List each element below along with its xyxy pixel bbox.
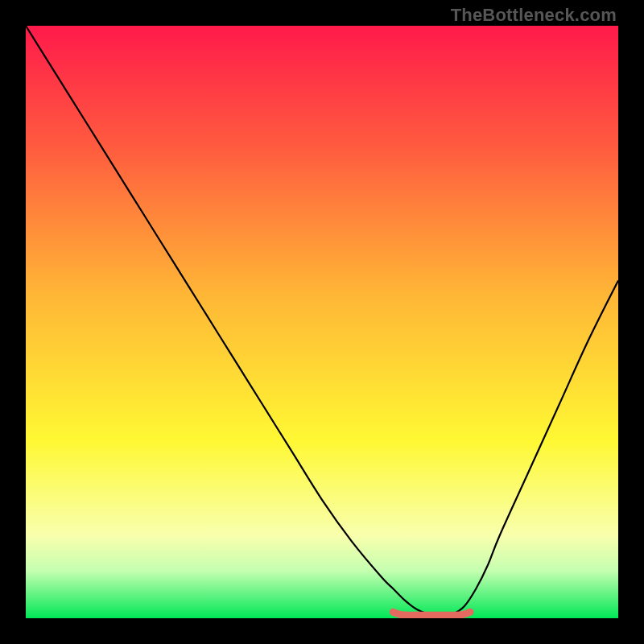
watermark-text: TheBottleneck.com [451, 5, 617, 26]
chart-svg [26, 26, 618, 618]
chart-frame: TheBottleneck.com [0, 0, 644, 644]
optimal-highlight [393, 612, 470, 615]
gradient-background [26, 26, 618, 618]
plot-area [26, 26, 618, 618]
